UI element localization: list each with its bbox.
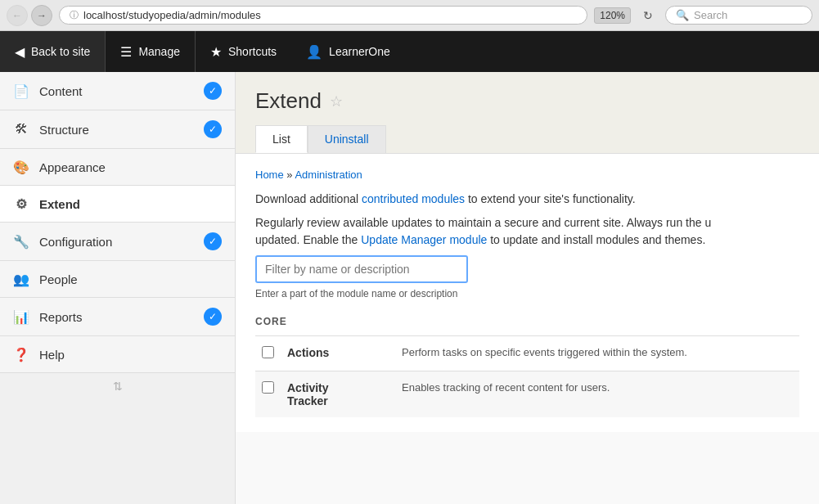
sidebar-appearance-label: Appearance (39, 160, 106, 174)
user-label: LearnerOne (329, 45, 390, 58)
people-icon: 👥 (13, 271, 29, 287)
favorite-star-icon[interactable]: ☆ (330, 92, 343, 110)
manage-label: Manage (138, 45, 180, 58)
breadcrumb: Home » Administration (255, 169, 799, 181)
back-button[interactable]: ← (7, 5, 28, 26)
activity-tracker-module-desc: Enables tracking of recent content for u… (402, 381, 610, 394)
browser-search-placeholder: Search (694, 9, 727, 21)
sidebar-item-reports[interactable]: 📊 Reports ✓ (0, 298, 235, 336)
user-button[interactable]: 👤 LearnerOne (291, 31, 405, 72)
update-manager-link[interactable]: Update Manager module (361, 233, 487, 246)
page-title: Extend (255, 88, 322, 114)
browser-search-bar[interactable]: 🔍 Search (665, 6, 812, 25)
breadcrumb-home[interactable]: Home (255, 169, 284, 181)
shortcuts-button[interactable]: ★ Shortcuts (196, 31, 291, 72)
reports-icon: 📊 (13, 308, 29, 325)
user-icon: 👤 (306, 44, 322, 60)
appearance-icon: 🎨 (13, 159, 29, 175)
actions-checkbox[interactable] (262, 346, 274, 358)
tab-list[interactable]: List (255, 125, 308, 153)
search-icon: 🔍 (676, 9, 689, 21)
sidebar-drag-handle[interactable]: ⇅ (0, 373, 235, 399)
table-row: ActivityTracker Enables tracking of rece… (255, 371, 799, 418)
description-1: Download additional contributed modules … (255, 191, 799, 208)
sidebar-content-label: Content (39, 84, 83, 98)
star-icon: ★ (210, 44, 222, 60)
description-2: Regularly review available updates to ma… (255, 214, 799, 249)
reload-button[interactable]: ↻ (637, 5, 659, 26)
sidebar: 📄 Content ✓ 🛠 Structure ✓ 🎨 Appearance ⚙… (0, 72, 236, 504)
activity-tracker-checkbox[interactable] (262, 381, 274, 394)
structure-chevron: ✓ (204, 120, 222, 138)
shortcuts-label: Shortcuts (228, 45, 277, 58)
tab-uninstall[interactable]: Uninstall (308, 125, 386, 153)
tabs: List Uninstall (255, 125, 799, 153)
content-area: Extend ☆ List Uninstall Home » Administr… (236, 72, 819, 504)
section-label-core: CORE (255, 311, 799, 332)
table-row: Actions Perform tasks on specific events… (255, 336, 799, 371)
manage-button[interactable]: ☰ Manage (106, 31, 196, 72)
sidebar-reports-label: Reports (39, 310, 83, 324)
contributed-modules-link[interactable]: contributed modules (362, 192, 465, 205)
forward-button[interactable]: → (31, 5, 52, 26)
zoom-badge: 120% (594, 7, 631, 24)
sidebar-configuration-label: Configuration (39, 235, 112, 249)
content-chevron: ✓ (204, 82, 222, 100)
configuration-chevron: ✓ (204, 232, 222, 250)
filter-hint: Enter a part of the module name or descr… (255, 288, 799, 299)
page-body: Home » Administration Download additiona… (236, 154, 819, 432)
sidebar-item-extend[interactable]: ⚙ Extend (0, 186, 235, 223)
sidebar-item-appearance[interactable]: 🎨 Appearance (0, 149, 235, 186)
filter-input[interactable] (255, 255, 468, 283)
back-to-site-label: Back to site (31, 45, 90, 58)
sidebar-people-label: People (39, 272, 78, 286)
sidebar-item-content[interactable]: 📄 Content ✓ (0, 72, 235, 110)
sidebar-item-help[interactable]: ❓ Help (0, 336, 235, 373)
configuration-icon: 🔧 (13, 233, 29, 250)
module-table: Actions Perform tasks on specific events… (255, 335, 799, 417)
structure-icon: 🛠 (13, 121, 29, 137)
breadcrumb-separator: » (286, 169, 295, 181)
sidebar-item-structure[interactable]: 🛠 Structure ✓ (0, 110, 235, 149)
sidebar-structure-label: Structure (39, 123, 89, 137)
extend-icon: ⚙ (13, 196, 29, 212)
lock-icon: ⓘ (70, 9, 79, 21)
admin-bar: ◀ Back to site ☰ Manage ★ Shortcuts 👤 Le… (0, 31, 819, 72)
back-to-site-button[interactable]: ◀ Back to site (0, 31, 106, 72)
sidebar-item-people[interactable]: 👥 People (0, 261, 235, 298)
sidebar-help-label: Help (39, 348, 65, 362)
drag-icon: ⇅ (113, 380, 123, 393)
reports-chevron: ✓ (204, 308, 222, 326)
arrow-left-icon: ◀ (15, 44, 25, 60)
content-icon: 📄 (13, 83, 29, 99)
sidebar-extend-label: Extend (39, 197, 80, 211)
breadcrumb-administration[interactable]: Administration (295, 169, 362, 181)
actions-module-desc: Perform tasks on specific events trigger… (402, 346, 687, 358)
url-text: localhost/studyopedia/admin/modules (83, 9, 261, 21)
browser-chrome: ← → ⓘ localhost/studyopedia/admin/module… (0, 0, 819, 31)
help-icon: ❓ (13, 346, 29, 362)
sidebar-item-configuration[interactable]: 🔧 Configuration ✓ (0, 223, 235, 261)
main-layout: 📄 Content ✓ 🛠 Structure ✓ 🎨 Appearance ⚙… (0, 72, 819, 504)
url-bar[interactable]: ⓘ localhost/studyopedia/admin/modules (59, 6, 587, 25)
actions-module-name: Actions (287, 346, 329, 359)
activity-tracker-module-name: ActivityTracker (287, 381, 329, 407)
nav-buttons: ← → (7, 5, 52, 26)
menu-icon: ☰ (120, 44, 132, 60)
page-title-row: Extend ☆ (255, 88, 799, 114)
page-header: Extend ☆ List Uninstall (236, 72, 819, 154)
